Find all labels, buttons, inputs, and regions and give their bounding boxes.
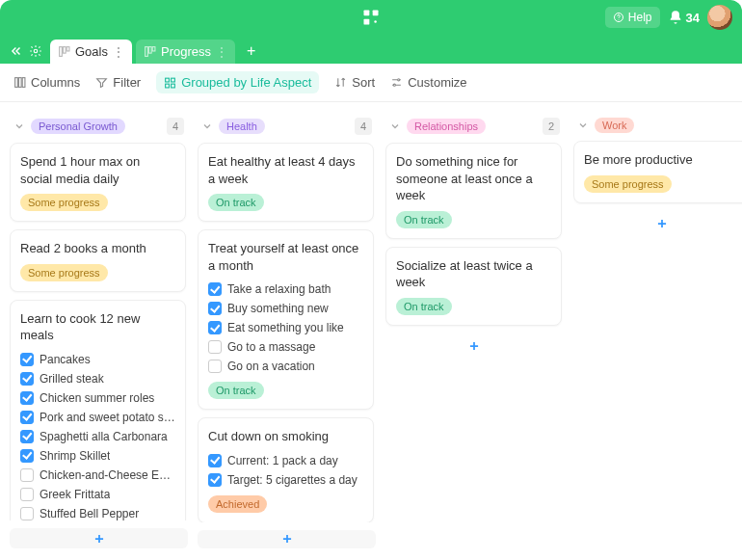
checkbox[interactable] [20, 411, 34, 424]
tab-label: Progress [161, 44, 211, 59]
checklist-item[interactable]: Chicken summer roles [20, 388, 175, 408]
card[interactable]: Spend 1 hour max on social media dailySo… [10, 143, 186, 222]
group-icon [164, 76, 176, 89]
checkbox[interactable] [208, 321, 222, 334]
chevron-down-icon[interactable] [201, 120, 213, 132]
column-tag[interactable]: Personal Growth [31, 119, 125, 134]
checklist-label: Take a relaxing bath [227, 282, 331, 296]
chevron-down-icon[interactable] [577, 120, 589, 131]
card[interactable]: Cut down on smokingCurrent: 1 pack a day… [198, 417, 374, 521]
card[interactable]: Be more productiveSome progress [573, 141, 742, 203]
checklist-label: Go to a massage [227, 340, 315, 354]
checklist-item[interactable]: Grilled steak [20, 369, 175, 388]
add-tab-button[interactable]: + [239, 39, 263, 64]
checklist-label: Go on a vacation [227, 360, 315, 373]
bell-icon [668, 10, 683, 25]
checkbox[interactable] [208, 360, 222, 373]
checkbox[interactable] [20, 430, 34, 443]
columns-button[interactable]: Columns [13, 75, 80, 90]
card[interactable]: Socialize at least twice a weekOn track [385, 247, 562, 326]
svg-point-3 [374, 20, 377, 23]
tool-label: Filter [113, 75, 141, 90]
checkbox[interactable] [208, 302, 222, 315]
card-title: Read 2 books a month [20, 240, 175, 257]
count-badge: 4 [167, 118, 184, 135]
checklist-label: Eat something you like [227, 321, 344, 334]
help-button[interactable]: Help [605, 7, 660, 28]
svg-point-20 [398, 79, 400, 81]
checklist-item[interactable]: Shrimp Skillet [20, 446, 175, 466]
checklist-item[interactable]: Take a relaxing bath [208, 280, 363, 299]
customize-button[interactable]: Customize [390, 75, 466, 90]
card[interactable]: Treat yourself at least once a monthTake… [198, 229, 374, 410]
checkbox[interactable] [20, 372, 34, 386]
checklist-item[interactable]: Spaghetti alla Carbonara [20, 427, 175, 446]
column-tag[interactable]: Health [219, 119, 265, 134]
checklist-label: Pancakes [40, 353, 91, 366]
checkbox[interactable] [20, 488, 34, 501]
checklist-item[interactable]: Chicken-and-Cheese Enchila... [20, 466, 175, 485]
checklist-item[interactable]: Eat something you like [208, 318, 363, 337]
checkbox[interactable] [208, 473, 222, 487]
svg-rect-9 [66, 47, 69, 51]
chevron-down-icon[interactable] [389, 120, 401, 132]
filter-button[interactable]: Filter [95, 75, 141, 90]
checklist-item[interactable]: Go on a vacation [208, 357, 363, 376]
collapse-icon[interactable] [10, 44, 23, 58]
svg-rect-17 [172, 78, 175, 82]
column-tag[interactable]: Relationships [407, 119, 486, 134]
column: Health4Eat healthy at least 4 days a wee… [198, 114, 376, 548]
svg-rect-7 [60, 47, 63, 57]
tab-progress[interactable]: Progress ⋮ [136, 40, 235, 64]
checkbox[interactable] [20, 449, 34, 463]
column-tag[interactable]: Work [595, 118, 634, 133]
drag-handle-icon[interactable]: ⋮ [216, 45, 227, 59]
tab-label: Goals [75, 44, 108, 59]
card-title: Do something nice for someone at least o… [396, 153, 551, 204]
add-card-button[interactable] [10, 528, 188, 548]
checklist-item[interactable]: Pork and sweet potato stew [20, 408, 175, 427]
svg-point-5 [618, 19, 619, 20]
checkbox[interactable] [208, 282, 222, 296]
checkbox[interactable] [208, 454, 222, 467]
add-card-inline-button[interactable] [385, 333, 562, 362]
tab-goals[interactable]: Goals ⋮ [50, 40, 132, 64]
card-title: Treat yourself at least once a month [208, 240, 363, 274]
sort-button[interactable]: Sort [334, 75, 375, 90]
checkbox[interactable] [20, 507, 34, 520]
avatar[interactable] [707, 5, 732, 30]
checklist-label: Greek Frittata [40, 488, 110, 501]
checklist-item[interactable]: Current: 1 pack a day [208, 451, 363, 470]
chevron-down-icon[interactable] [13, 120, 25, 132]
checklist-item[interactable]: Target: 5 cigarettes a day [208, 470, 363, 490]
checkbox[interactable] [20, 353, 34, 366]
card[interactable]: Learn to cook 12 new mealsPancakesGrille… [10, 300, 186, 520]
tool-label: Columns [31, 75, 80, 90]
status-badge: Some progress [20, 194, 108, 211]
group-button[interactable]: Grouped by Life Aspect [156, 71, 319, 93]
card-title: Be more productive [584, 151, 739, 169]
gear-icon[interactable] [29, 44, 42, 58]
checkbox[interactable] [208, 340, 222, 354]
add-card-inline-button[interactable] [573, 211, 742, 240]
notifications-button[interactable]: 34 [668, 10, 700, 25]
card[interactable]: Read 2 books a monthSome progress [10, 229, 186, 292]
checklist-label: Grilled steak [40, 372, 104, 386]
add-card-button[interactable] [198, 530, 376, 548]
card[interactable]: Do something nice for someone at least o… [385, 143, 562, 239]
board-icon [58, 45, 70, 58]
checkbox[interactable] [20, 468, 34, 482]
checkbox[interactable] [20, 391, 34, 405]
card[interactable]: Eat healthy at least 4 days a weekOn tra… [198, 143, 374, 222]
drag-handle-icon[interactable]: ⋮ [113, 45, 124, 59]
checklist-item[interactable]: Go to a massage [208, 337, 363, 357]
help-icon [613, 12, 624, 23]
checklist-item[interactable]: Greek Frittata [20, 485, 175, 504]
count-badge: 4 [355, 118, 372, 135]
checklist-label: Buy something new [227, 302, 329, 315]
checklist-item[interactable]: Stuffed Bell Pepper [20, 504, 175, 520]
status-badge: Some progress [584, 175, 672, 193]
checklist-item[interactable]: Pancakes [20, 350, 175, 369]
checklist-label: Pork and sweet potato stew [40, 411, 175, 424]
checklist-item[interactable]: Buy something new [208, 299, 363, 318]
